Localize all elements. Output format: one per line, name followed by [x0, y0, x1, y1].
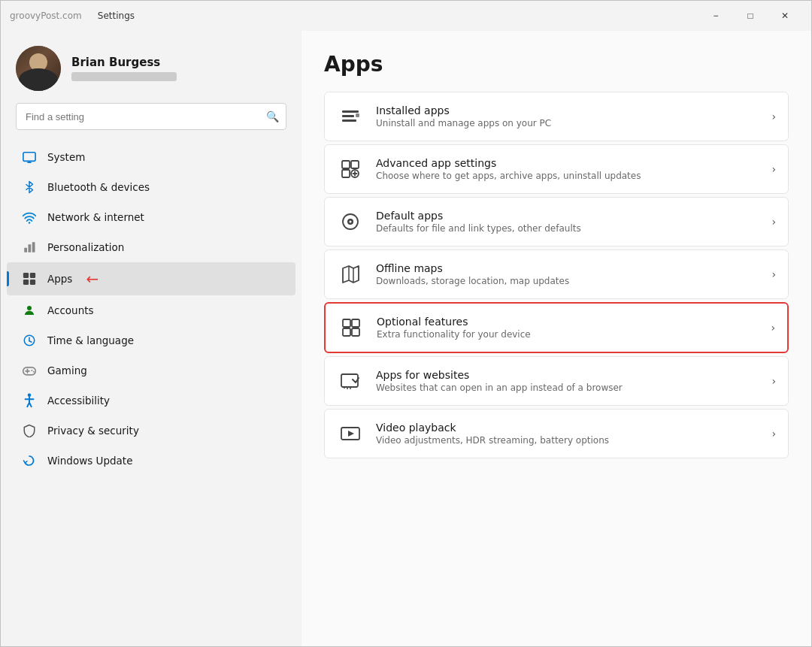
user-section: Brian Burgess: [1, 31, 301, 103]
search-input[interactable]: [16, 103, 286, 130]
bluetooth-icon: [22, 180, 37, 195]
avatar: [16, 46, 61, 91]
search-box: 🔍: [16, 103, 286, 130]
video-playback-text: Video playback Video adjustments, HDR st…: [376, 422, 759, 446]
svg-rect-0: [23, 153, 35, 162]
svg-marker-47: [348, 431, 354, 437]
accessibility-icon: [22, 393, 37, 408]
svg-rect-41: [343, 319, 350, 327]
installed-apps-desc: Uninstall and manage apps on your PC: [376, 118, 759, 128]
windowsupdate-icon: [22, 453, 37, 468]
offline-maps-desc: Downloads, storage location, map updates: [376, 276, 759, 286]
svg-point-20: [28, 394, 32, 398]
search-icon: 🔍: [266, 110, 279, 122]
sidebar-item-accounts[interactable]: Accounts: [7, 295, 295, 325]
sidebar-item-accounts-label: Accounts: [47, 304, 94, 316]
svg-rect-30: [351, 161, 359, 168]
settings-list: Installed apps Uninstall and manage apps…: [324, 92, 789, 458]
svg-rect-10: [30, 280, 35, 285]
sidebar-item-system-label: System: [47, 151, 85, 163]
sidebar-item-apps[interactable]: Apps ←: [7, 262, 295, 295]
apps-for-websites-text: Apps for websites Websites that can open…: [376, 369, 759, 393]
default-apps-chevron: ›: [771, 216, 776, 228]
advanced-app-settings-text: Advanced app settings Choose where to ge…: [376, 157, 759, 181]
svg-rect-44: [352, 328, 359, 336]
optional-features-title: Optional features: [377, 316, 759, 328]
installed-apps-text: Installed apps Uninstall and manage apps…: [376, 104, 759, 128]
svg-rect-42: [352, 319, 359, 327]
titlebar: groovyPost.com Settings − □ ✕: [1, 1, 811, 31]
svg-point-11: [27, 306, 32, 310]
apps-for-websites-item[interactable]: Apps for websites Websites that can open…: [324, 356, 789, 406]
svg-rect-5: [29, 244, 32, 252]
sidebar-item-network[interactable]: Network & internet: [7, 202, 295, 232]
apps-for-websites-icon: [337, 367, 364, 395]
svg-rect-28: [356, 113, 359, 117]
svg-rect-8: [30, 273, 35, 278]
svg-rect-7: [23, 273, 29, 278]
advanced-app-settings-item[interactable]: Advanced app settings Choose where to ge…: [324, 144, 789, 194]
svg-rect-9: [23, 280, 29, 285]
avatar-image: [16, 46, 61, 91]
advanced-app-settings-chevron: ›: [771, 163, 776, 175]
system-icon: [22, 150, 37, 165]
offline-maps-chevron: ›: [771, 268, 776, 280]
default-apps-desc: Defaults for file and link types, other …: [376, 223, 759, 234]
advanced-app-settings-title: Advanced app settings: [376, 157, 759, 169]
sidebar-item-windowsupdate-label: Windows Update: [47, 455, 132, 467]
sidebar-item-personalization[interactable]: Personalization: [7, 232, 295, 262]
advanced-app-settings-icon: [337, 156, 364, 183]
sidebar-item-accessibility[interactable]: Accessibility: [7, 385, 295, 416]
sidebar-item-system[interactable]: System: [7, 142, 295, 172]
default-apps-item[interactable]: Default apps Defaults for file and link …: [324, 197, 789, 246]
titlebar-left: groovyPost.com Settings: [10, 9, 135, 23]
optional-features-item[interactable]: Optional features Extra functionality fo…: [324, 302, 789, 353]
installed-apps-item[interactable]: Installed apps Uninstall and manage apps…: [324, 92, 789, 141]
offline-maps-icon: [337, 261, 364, 288]
sidebar-item-bluetooth-label: Bluetooth & devices: [47, 181, 150, 193]
svg-point-19: [33, 371, 35, 373]
time-icon: [22, 333, 37, 348]
close-button[interactable]: ✕: [768, 4, 802, 28]
sidebar-item-privacy[interactable]: Privacy & security: [7, 416, 295, 446]
apps-for-websites-desc: Websites that can open in an app instead…: [376, 382, 759, 393]
svg-rect-25: [342, 110, 359, 113]
nav-items: System Bluetooth & devices: [1, 139, 301, 479]
sidebar-item-gaming-label: Gaming: [47, 364, 87, 376]
video-playback-item[interactable]: Video playback Video adjustments, HDR st…: [324, 409, 789, 458]
apps-for-websites-title: Apps for websites: [376, 369, 759, 381]
minimize-button[interactable]: −: [698, 4, 733, 28]
accounts-icon: [22, 303, 37, 318]
user-email: [71, 72, 177, 81]
svg-rect-27: [342, 119, 356, 122]
apps-arrow-indicator: ←: [86, 270, 98, 288]
default-apps-text: Default apps Defaults for file and link …: [376, 210, 759, 234]
sidebar-item-personalization-label: Personalization: [47, 241, 124, 253]
personalization-icon: [22, 240, 37, 255]
sidebar-item-network-label: Network & internet: [47, 211, 144, 223]
sidebar-item-time[interactable]: Time & language: [7, 325, 295, 355]
window: groovyPost.com Settings − □ ✕ Brian Burg…: [0, 0, 812, 647]
sidebar-item-gaming[interactable]: Gaming: [7, 355, 295, 385]
sidebar-item-privacy-label: Privacy & security: [47, 425, 139, 437]
page-title: Apps: [324, 52, 789, 77]
content: Brian Burgess 🔍: [1, 31, 811, 646]
offline-maps-item[interactable]: Offline maps Downloads, storage location…: [324, 249, 789, 299]
sidebar-item-bluetooth[interactable]: Bluetooth & devices: [7, 172, 295, 202]
optional-features-icon: [338, 314, 365, 341]
video-playback-chevron: ›: [771, 428, 776, 440]
svg-point-18: [31, 370, 32, 371]
apps-icon: [22, 271, 37, 286]
svg-line-14: [29, 341, 32, 343]
watermark-text: groovyPost.com: [10, 11, 82, 21]
svg-rect-29: [342, 161, 350, 168]
video-playback-desc: Video adjustments, HDR streaming, batter…: [376, 435, 759, 446]
sidebar-item-windowsupdate[interactable]: Windows Update: [7, 446, 295, 476]
maximize-button[interactable]: □: [733, 4, 768, 28]
window-title: Settings: [98, 11, 135, 21]
network-icon: [22, 210, 37, 225]
svg-rect-6: [32, 242, 35, 252]
installed-apps-chevron: ›: [771, 110, 776, 122]
optional-features-desc: Extra functionality for your device: [377, 329, 759, 340]
advanced-app-settings-desc: Choose where to get apps, archive apps, …: [376, 171, 759, 181]
